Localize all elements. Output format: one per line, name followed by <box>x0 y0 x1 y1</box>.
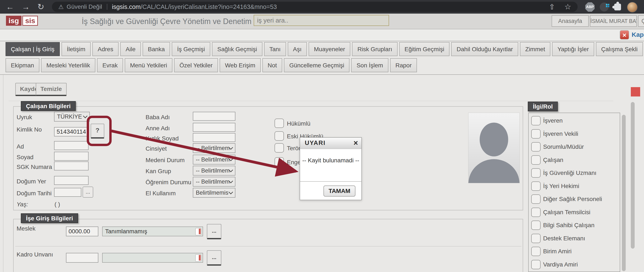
baba-adi-input[interactable] <box>193 112 236 121</box>
hukumlu-checkbox[interactable] <box>274 119 284 128</box>
tab[interactable]: Risk Grupları <box>352 42 397 56</box>
kadro-browse-button[interactable]: ... <box>207 250 221 266</box>
role-checkbox[interactable] <box>531 194 540 204</box>
role-row: Çalışan <box>529 155 620 166</box>
role-checkbox[interactable] <box>531 208 540 217</box>
role-row: İşveren Vekili <box>529 129 620 140</box>
engelli-checkbox[interactable] <box>274 157 284 167</box>
tab[interactable]: Son İşlem <box>351 58 388 72</box>
dialog-ok-button[interactable]: TAMAM <box>324 185 356 197</box>
meslek-label: Meslek <box>16 225 36 232</box>
kan-grup-select[interactable]: -- Belirtilmem <box>193 166 236 175</box>
reload-icon[interactable]: ↻ <box>38 2 44 12</box>
kimlik-no-input[interactable] <box>54 127 88 136</box>
url-text[interactable]: isgsis.com/CAL/CAL/isyeriCalisanListe?in… <box>112 3 277 10</box>
tab[interactable]: Aşı <box>288 42 307 56</box>
close-icon[interactable]: × <box>620 30 629 39</box>
tab[interactable]: Banka <box>142 42 170 56</box>
tab[interactable]: Çalışan | İş Giriş <box>6 42 60 56</box>
workplace-search-input[interactable] <box>254 15 389 26</box>
tab[interactable]: İletişim <box>62 42 91 56</box>
share-icon[interactable]: ⇧ <box>549 2 555 11</box>
tab[interactable]: Web Erişim <box>220 58 261 72</box>
page-scrollbar[interactable] <box>631 102 635 249</box>
tab[interactable]: Menü Yetkileri <box>125 58 172 72</box>
role-checkbox[interactable] <box>531 247 540 256</box>
close-label[interactable]: Kapa <box>632 31 644 38</box>
meslek-lookup-field[interactable]: Tanımlanmamış <box>102 227 203 236</box>
anne-adi-input[interactable] <box>193 123 236 132</box>
tab[interactable]: İş Geçmişi <box>172 42 210 56</box>
bookmark-star-icon[interactable]: ☆ <box>564 2 571 11</box>
cinsiyet-select[interactable]: -- Belirtilmem <box>193 143 236 153</box>
medeni-durum-select[interactable]: -- Belirtilmem <box>193 155 236 164</box>
security-text[interactable]: Güvenli Değil <box>66 3 102 10</box>
tab[interactable]: Aile <box>120 42 141 56</box>
ad-label: Ad <box>16 143 24 150</box>
tab[interactable]: Not <box>262 58 282 72</box>
kizlik-soyad-input[interactable] <box>193 133 236 142</box>
extensions-puzzle-icon[interactable] <box>614 3 621 10</box>
forward-icon[interactable]: → <box>22 2 30 12</box>
soyad-input[interactable] <box>54 152 88 161</box>
role-checkbox[interactable] <box>531 168 540 178</box>
list-scrollbar[interactable] <box>622 115 626 271</box>
tab[interactable]: Özel Yetkiler <box>174 58 218 72</box>
tab[interactable]: Sağlık Geçmişi <box>212 42 262 56</box>
ogrenim-durumu-select[interactable]: -- Belirtilmem <box>193 177 236 187</box>
tab[interactable]: Evrak <box>97 58 123 72</box>
tab[interactable]: Rapor <box>390 58 417 72</box>
role-checkbox[interactable] <box>531 142 540 151</box>
date-picker-button[interactable]: ... <box>82 187 93 198</box>
role-row: Bilgi Sahibi Çalışan <box>529 221 620 231</box>
logout-button[interactable]: Çıkı <box>638 15 644 27</box>
tab[interactable]: Tanı <box>264 42 286 56</box>
tab[interactable]: Zimmet <box>520 42 550 56</box>
isgsis-logo[interactable]: isg sis <box>6 16 38 26</box>
tab[interactable]: Muayeneler <box>308 42 350 56</box>
left-border <box>3 75 4 272</box>
role-checkbox[interactable] <box>531 221 540 230</box>
meslek-code-input[interactable] <box>66 227 98 236</box>
dogum-yer-input[interactable] <box>54 176 88 185</box>
dialog-titlebar[interactable]: UYARI × <box>300 138 361 149</box>
role-checkbox[interactable] <box>531 181 540 191</box>
ise-giris-legend: İşe Giriş Bilgileri <box>21 213 78 223</box>
clear-button[interactable]: Temizle <box>36 83 66 96</box>
tab[interactable]: Mesleki Yeterlilik <box>41 58 95 72</box>
tab[interactable]: Yaptığı İşler <box>552 42 594 56</box>
role-checkbox[interactable] <box>531 260 540 269</box>
meslek-browse-button[interactable]: ... <box>207 224 221 239</box>
dogum-tarihi-input[interactable] <box>54 188 81 197</box>
home-button[interactable]: Anasayfa <box>552 15 589 27</box>
extension-icon[interactable] <box>600 2 609 11</box>
role-checkbox[interactable] <box>531 155 540 165</box>
adblock-extension-icon[interactable]: ABP <box>585 2 595 12</box>
teror-checkbox[interactable] <box>274 143 284 152</box>
back-icon[interactable]: ← <box>6 2 14 12</box>
tab[interactable]: Güncelleme Geçmişi <box>284 58 350 72</box>
role-checkbox[interactable] <box>531 129 540 138</box>
uyruk-select[interactable]: TÜRKİYE <box>54 112 90 122</box>
ad-input[interactable] <box>54 141 88 150</box>
role-checkbox[interactable] <box>531 116 540 125</box>
kimlik-query-button[interactable]: ? <box>91 124 104 138</box>
tab[interactable]: Ekipman <box>6 58 39 72</box>
role-checkbox[interactable] <box>531 234 540 243</box>
logo-sis: sis <box>22 16 38 26</box>
browser-menu-icon[interactable]: ⋮ <box>640 2 644 11</box>
tab[interactable]: Adres <box>92 42 118 56</box>
browser-profile-avatar[interactable] <box>627 2 638 12</box>
tab[interactable]: Eğitim Geçmişi <box>399 42 450 56</box>
tab[interactable]: Çalışma Şekli <box>596 42 643 56</box>
role-row: Vardiya Amiri <box>529 260 620 271</box>
dialog-close-icon[interactable]: × <box>354 138 358 147</box>
user-button[interactable]: İSMAİL MURAT BAYIK <box>590 15 637 27</box>
kadro-code-input[interactable] <box>66 253 98 263</box>
el-kullanim-select[interactable]: Belirtilmemis <box>193 188 236 198</box>
tab[interactable]: Dahil Olduğu Kayıtlar <box>451 42 518 56</box>
sgk-numara-input[interactable] <box>54 161 88 170</box>
kadro-lookup-field[interactable] <box>102 253 203 263</box>
eski-hukumlu-checkbox[interactable] <box>274 131 284 141</box>
address-bar[interactable]: ⚠ Güvenli Değil isgsis.com/CAL/CAL/isyer… <box>52 2 578 12</box>
